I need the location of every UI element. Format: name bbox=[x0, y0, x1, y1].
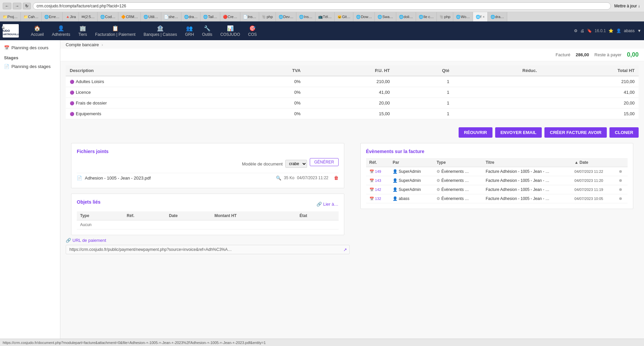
user-dropdown-icon[interactable]: ▼ bbox=[637, 28, 641, 33]
nav-cosjudo[interactable]: 📊 COSJUDO bbox=[216, 21, 244, 40]
nav-tiers[interactable]: 🏢 Tiers bbox=[74, 21, 91, 40]
row-reduc bbox=[453, 98, 541, 109]
nav-accueil[interactable]: 🏠 Accueil bbox=[27, 21, 48, 40]
avatar: 👤 bbox=[616, 28, 621, 33]
tab-tel[interactable]: 📺Tél… bbox=[315, 12, 335, 21]
version-badge: 16.0.1 bbox=[595, 28, 606, 33]
tab-ins2[interactable]: 🌐Ins… bbox=[296, 12, 315, 21]
refresh-button[interactable]: ↻ bbox=[23, 3, 31, 9]
tab-ins[interactable]: 📄Ins… bbox=[240, 12, 259, 21]
tab-active[interactable]: 🌐f× bbox=[473, 12, 488, 21]
row-description: 🟣Frais de dossier bbox=[66, 98, 241, 109]
row-description: 🟣Licence bbox=[66, 87, 241, 98]
update-button[interactable]: Mettre à jour ↓ bbox=[613, 3, 641, 9]
tools-icon: 🔧 bbox=[204, 25, 211, 31]
ev-titre: Facture Adhesion - 1005 - Jean - … bbox=[482, 185, 571, 194]
tab-dev[interactable]: 🌐Dev… bbox=[276, 12, 297, 21]
nav-cos[interactable]: 🎯 COS bbox=[244, 21, 261, 40]
row-tva: 0% bbox=[241, 98, 304, 109]
ev-titre: Facture Adhesion - 1005 - Jean - … bbox=[482, 176, 571, 185]
file-size: 35 Ko bbox=[284, 176, 294, 180]
tab-mail[interactable]: ✉(2:5… bbox=[79, 12, 98, 21]
compte-bancaire-label: Compte bancaire bbox=[66, 42, 99, 47]
action-buttons: RÉOUVRIR ENVOYER EMAIL CRÉER FACTURE AVO… bbox=[60, 125, 644, 143]
tab-utili[interactable]: 🌐Utili… bbox=[141, 12, 161, 21]
ev-dot bbox=[616, 176, 628, 185]
invoice-table-container: Description TVA P.U. HT Qté Réduc. Total… bbox=[66, 65, 639, 119]
tab-php2[interactable]: 🐘php bbox=[437, 12, 453, 21]
tab-git[interactable]: 🐱Git… bbox=[335, 12, 353, 21]
sidebar: 📅 Planning des cours Stages 📄 Planning d… bbox=[0, 40, 60, 343]
sidebar-item-planning-stages[interactable]: 📄 Planning des stages bbox=[0, 62, 60, 71]
tab-php1[interactable]: 🐘php bbox=[259, 12, 276, 21]
ev-par: 👤SuperAdmin bbox=[389, 176, 433, 185]
sidebar-item-planning-cours[interactable]: 📅 Planning des cours bbox=[0, 43, 60, 53]
tab-jira[interactable]: 🔺Jira bbox=[63, 12, 79, 21]
tab-dow[interactable]: 🌐Dow… bbox=[353, 12, 375, 21]
compte-header: Compte bancaire › bbox=[60, 40, 644, 49]
fichiers-joints-section: Fichiers joints Modèle de document crabe… bbox=[66, 143, 350, 254]
reouvrir-button[interactable]: RÉOUVRIR bbox=[459, 127, 492, 138]
row-total-ht: 210,00 bbox=[541, 76, 639, 87]
reste-label: Reste à payer bbox=[594, 52, 622, 57]
tab-dra2[interactable]: 🌐dra… bbox=[488, 12, 507, 21]
tab-ile[interactable]: 🌐Ile c… bbox=[416, 12, 437, 21]
status-text: https://crm.cosjudo.fr/document.php?modu… bbox=[3, 341, 266, 344]
tab-tail[interactable]: 🌐Tail… bbox=[200, 12, 220, 21]
row-qte: 1 bbox=[394, 87, 453, 98]
zoom-icon[interactable]: 🔍 bbox=[276, 176, 281, 181]
app-logo[interactable]: 🥋JUDOCARTROUVILLE bbox=[3, 24, 21, 38]
star-icon[interactable]: ⭐ bbox=[608, 28, 613, 33]
bookmark-icon[interactable]: 🔖 bbox=[587, 28, 592, 33]
table-row: 🟣Licence 0% 41,00 1 41,00 bbox=[66, 87, 639, 98]
chart-icon: 📊 bbox=[227, 25, 234, 31]
ev-type: ⚙Évènements … bbox=[433, 167, 482, 176]
nav-banques[interactable]: 🏦 Banques | Caisses bbox=[139, 21, 181, 40]
nav-adherents[interactable]: 👤 Adhérents bbox=[48, 21, 74, 40]
back-button[interactable]: ← bbox=[3, 3, 11, 9]
ev-par: 👤abass bbox=[389, 194, 433, 203]
envoyer-email-button[interactable]: ENVOYER EMAIL bbox=[495, 127, 542, 138]
tab-erre[interactable]: 🌐Erre… bbox=[42, 12, 63, 21]
forward-button[interactable]: → bbox=[13, 3, 21, 9]
status-bar: https://crm.cosjudo.fr/document.php?modu… bbox=[0, 339, 644, 343]
modele-select[interactable]: crabe bbox=[285, 160, 307, 168]
file-delete-icon[interactable]: 🗑 bbox=[334, 175, 339, 181]
external-link-icon[interactable]: ↗ bbox=[343, 247, 347, 252]
tab-wo[interactable]: 🌐Wo… bbox=[453, 12, 473, 21]
user-icon: 👤 bbox=[393, 178, 398, 183]
col-ref: Réf. bbox=[123, 211, 166, 220]
reste-value: 0,00 bbox=[627, 51, 639, 58]
tab-doli[interactable]: 🌐doli… bbox=[396, 12, 416, 21]
creer-facture-avoir-button[interactable]: CRÉER FACTURE AVOIR bbox=[544, 127, 607, 138]
tab-crm[interactable]: 🔶CRM… bbox=[118, 12, 141, 21]
generer-button[interactable]: GÉNÉRER bbox=[310, 158, 338, 166]
tab-she[interactable]: 📄she… bbox=[161, 12, 181, 21]
sidebar-section-stages[interactable]: Stages bbox=[0, 53, 60, 62]
row-icon: 🟣 bbox=[70, 112, 74, 116]
nav-grh[interactable]: 👥 GRH bbox=[181, 21, 198, 40]
nav-outils[interactable]: 🔧 Outils bbox=[198, 21, 217, 40]
url-input[interactable] bbox=[66, 245, 350, 254]
tab-cre[interactable]: 🔴Cre… bbox=[220, 12, 240, 21]
lier-link[interactable]: 🔗 Lier à… bbox=[316, 202, 338, 207]
two-col-section: Fichiers joints Modèle de document crabe… bbox=[66, 143, 639, 254]
tab-swa[interactable]: 🌐Swa… bbox=[375, 12, 396, 21]
print-icon[interactable]: 🖨 bbox=[580, 28, 584, 33]
tab-proj[interactable]: 📁Proj… bbox=[0, 12, 21, 21]
home-icon: 🏠 bbox=[34, 25, 41, 31]
summary-item: Facturé 286,00 Reste à payer 0,00 bbox=[555, 51, 639, 58]
file-name[interactable]: Adhesion - 1005 - Jean - 2023.pdf bbox=[85, 176, 273, 181]
col-total-ht: Total HT bbox=[541, 65, 639, 76]
tab-dra[interactable]: 🌐dra… bbox=[181, 12, 201, 21]
hr-icon: 👥 bbox=[186, 25, 193, 31]
page-layout: 📅 Planning des cours Stages 📄 Planning d… bbox=[0, 40, 644, 343]
tab-cah[interactable]: 📁Cah… bbox=[21, 12, 42, 21]
cloner-button[interactable]: CLONER bbox=[609, 127, 639, 138]
file-pdf-icon: 📄 bbox=[77, 176, 82, 181]
col-type: Type bbox=[77, 211, 123, 220]
settings-icon[interactable]: ⚙ bbox=[574, 28, 578, 33]
nav-facturation[interactable]: 📋 Facturation | Paiement bbox=[91, 21, 140, 40]
tab-cod[interactable]: 🌐Cod… bbox=[98, 12, 118, 21]
address-bar[interactable]: crm.cosjudo.fr/compta/facture/card.php?f… bbox=[33, 2, 611, 10]
